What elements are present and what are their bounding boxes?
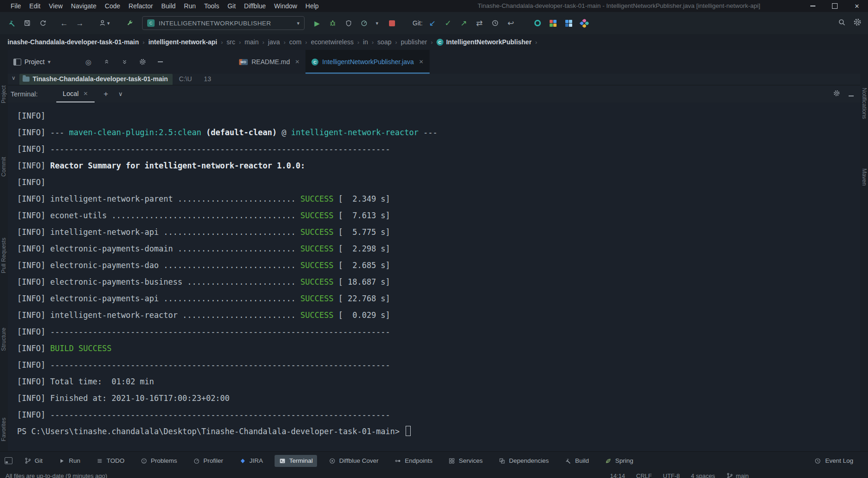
build-hammer-icon[interactable] bbox=[4, 15, 19, 31]
menu-item-view[interactable]: View bbox=[45, 0, 67, 12]
hide-panel-icon[interactable] bbox=[153, 54, 168, 69]
tab-close-icon[interactable]: ✕ bbox=[295, 59, 299, 65]
tab-publisher[interactable]: C IntelligentNetworkPublisher.java ✕ bbox=[305, 50, 430, 74]
git-update-button[interactable]: ↙ bbox=[425, 15, 440, 31]
breadcrumb-item-econetwireless[interactable]: econetwireless bbox=[311, 38, 354, 46]
back-icon[interactable]: ← bbox=[56, 15, 72, 31]
status-widget-14-14[interactable]: 14:14 bbox=[610, 472, 625, 478]
toolwindow-stripe-notifications[interactable]: Notifications bbox=[861, 88, 868, 119]
project-tree-root-row[interactable]: ∨ Tinashe-Chandalala-developer-task-01-m… bbox=[8, 74, 860, 85]
debug-button[interactable] bbox=[325, 15, 341, 31]
menu-item-edit[interactable]: Edit bbox=[25, 0, 45, 12]
breadcrumb-item-src[interactable]: src bbox=[227, 38, 235, 46]
breadcrumb-item-com[interactable]: com bbox=[289, 38, 301, 46]
git-history-button[interactable] bbox=[487, 15, 503, 31]
toolwindow-stripe-structure[interactable]: Structure bbox=[0, 328, 7, 351]
menu-item-navigate[interactable]: Navigate bbox=[67, 0, 101, 12]
git-rollback-button[interactable]: ↩ bbox=[503, 15, 519, 31]
status-widget-crlf[interactable]: CRLF bbox=[636, 472, 652, 478]
breadcrumb-item-in[interactable]: in bbox=[363, 38, 368, 46]
menu-item-run[interactable]: Run bbox=[180, 0, 200, 12]
save-all-icon[interactable] bbox=[19, 15, 35, 31]
plugin-grid-icon-2[interactable] bbox=[561, 15, 577, 31]
terminal-tab-local[interactable]: Local ✕ bbox=[56, 85, 95, 102]
coverage-button[interactable] bbox=[341, 15, 356, 31]
toolwindow-stripe-favorites[interactable]: Favorites bbox=[0, 418, 7, 441]
toolwindow-switcher-icon[interactable] bbox=[5, 457, 12, 464]
profiler-button[interactable] bbox=[356, 15, 372, 31]
terminal-output[interactable]: [INFO][INFO] --- maven-clean-plugin:2.5:… bbox=[8, 102, 860, 451]
toolwindow-button-todo[interactable]: TODO bbox=[92, 455, 129, 467]
menu-item-code[interactable]: Code bbox=[101, 0, 124, 12]
project-view-title[interactable]: Project bbox=[24, 58, 45, 66]
tab-close-icon[interactable]: ✕ bbox=[419, 59, 424, 65]
plugin-grid-icon[interactable] bbox=[545, 15, 561, 31]
run-button[interactable]: ▶ bbox=[309, 15, 325, 31]
menu-item-window[interactable]: Window bbox=[270, 0, 301, 12]
toolwindow-stripe-commit[interactable]: Commit bbox=[0, 157, 7, 177]
plugin-pinwheel-icon[interactable] bbox=[577, 15, 593, 31]
terminal-settings-gear-icon[interactable] bbox=[833, 90, 840, 98]
toolwindow-button-git[interactable]: Git bbox=[20, 455, 47, 467]
sync-icon[interactable] bbox=[35, 15, 51, 31]
run-more-caret-icon[interactable]: ▾ bbox=[372, 15, 382, 31]
terminal-options-chevron-icon[interactable]: ∨ bbox=[119, 90, 123, 97]
breadcrumb-item-publisher[interactable]: publisher bbox=[401, 38, 427, 46]
status-widget-4-spaces[interactable]: 4 spaces bbox=[691, 472, 715, 478]
menu-item-refactor[interactable]: Refactor bbox=[125, 0, 157, 12]
menu-item-git[interactable]: Git bbox=[223, 0, 240, 12]
toolwindow-stripe-pull-requests[interactable]: Pull Requests bbox=[0, 238, 7, 273]
toolwindow-button-spring[interactable]: Spring bbox=[600, 455, 637, 467]
project-root-selection[interactable]: Tinashe-Chandalala-developer-task-01-mai… bbox=[19, 74, 173, 85]
toolwindow-button-terminal[interactable]: Terminal bbox=[275, 455, 317, 467]
menu-item-diffblue[interactable]: Diffblue bbox=[240, 0, 270, 12]
collapse-all-icon[interactable] bbox=[117, 54, 132, 69]
toolwindow-stripe-maven[interactable]: Maven bbox=[861, 168, 868, 186]
profile-menu-button[interactable]: ▾ bbox=[94, 15, 114, 31]
toolwindow-button-diffblue-cover[interactable]: Diffblue Cover bbox=[324, 455, 383, 467]
close-button[interactable]: ✕ bbox=[846, 0, 868, 12]
toolwindow-button-build[interactable]: Build bbox=[560, 455, 593, 467]
menu-item-build[interactable]: Build bbox=[157, 0, 180, 12]
status-widget-utf-8[interactable]: UTF-8 bbox=[663, 472, 680, 478]
toolwindow-button-jira[interactable]: JIRA bbox=[235, 455, 267, 467]
breadcrumb-item-intelligent-network-api[interactable]: intelligent-network-api bbox=[148, 38, 217, 46]
toolwindow-button-dependencies[interactable]: Dependencies bbox=[494, 455, 553, 467]
minimize-button[interactable] bbox=[802, 0, 824, 12]
event-log-button[interactable]: Event Log bbox=[814, 457, 853, 465]
wrench-icon[interactable] bbox=[122, 15, 138, 31]
terminal-hide-icon[interactable] bbox=[849, 90, 854, 98]
tree-expand-chevron-icon[interactable]: ∨ bbox=[12, 75, 16, 81]
terminal-tab-close-icon[interactable]: ✕ bbox=[84, 90, 88, 97]
new-terminal-button[interactable]: + bbox=[104, 90, 108, 99]
maximize-button[interactable] bbox=[824, 0, 846, 12]
toolwindow-stripe-project[interactable]: Project bbox=[0, 85, 7, 103]
forward-icon[interactable]: → bbox=[72, 15, 88, 31]
locate-file-icon[interactable]: ◎ bbox=[81, 54, 96, 69]
menu-item-help[interactable]: Help bbox=[301, 0, 323, 12]
toolwindow-button-profiler[interactable]: Profiler bbox=[189, 455, 227, 467]
menu-item-tools[interactable]: Tools bbox=[200, 0, 223, 12]
menu-item-file[interactable]: File bbox=[6, 0, 25, 12]
toolwindow-button-endpoints[interactable]: Endpoints bbox=[390, 455, 437, 467]
run-configuration-select[interactable]: C INTELLIGENTNETWORKPUBLISHER ▾ bbox=[142, 16, 305, 30]
settings-gear-icon[interactable] bbox=[853, 18, 862, 28]
diffblue-ring-icon[interactable] bbox=[530, 15, 545, 31]
git-compare-button[interactable]: ⇄ bbox=[472, 15, 487, 31]
git-push-button[interactable]: ↗ bbox=[456, 15, 472, 31]
stop-button[interactable] bbox=[384, 15, 400, 31]
toolwindow-button-services[interactable]: Services bbox=[444, 455, 487, 467]
panel-settings-gear-icon[interactable] bbox=[135, 54, 150, 69]
toolwindow-button-run[interactable]: Run bbox=[54, 455, 84, 467]
breadcrumb-item-main[interactable]: main bbox=[245, 38, 258, 46]
project-view-caret-icon[interactable]: ▾ bbox=[48, 59, 51, 65]
git-commit-button[interactable]: ✓ bbox=[440, 15, 456, 31]
status-widget-main[interactable]: main bbox=[726, 472, 748, 478]
toolwindow-button-problems[interactable]: Problems bbox=[136, 455, 181, 467]
breadcrumb-item-java[interactable]: java bbox=[268, 38, 280, 46]
expand-all-icon[interactable] bbox=[99, 54, 114, 69]
search-everywhere-icon[interactable] bbox=[838, 18, 846, 28]
breadcrumb-item-intelligentnetworkpublisher[interactable]: CIntelligentNetworkPublisher bbox=[437, 38, 532, 46]
breadcrumb-item-soap[interactable]: soap bbox=[377, 38, 391, 46]
tab-readme[interactable]: MD README.md ✕ bbox=[233, 50, 305, 74]
